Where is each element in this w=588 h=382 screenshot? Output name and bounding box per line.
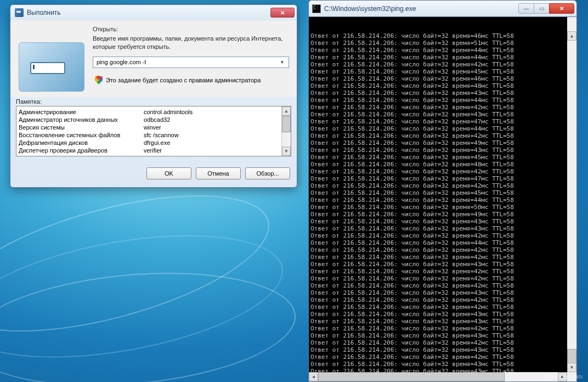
cmd-vscrollbar[interactable]: ▲ ▼ xyxy=(567,17,576,372)
scroll-down-icon[interactable]: ▼ xyxy=(282,147,291,156)
memo-row[interactable]: Восстановление системных файловsfc /scan… xyxy=(19,131,279,139)
watermark: User-Life.com xyxy=(545,373,583,380)
memo-scrollbar[interactable]: ▲ ▼ xyxy=(281,106,291,156)
cancel-button[interactable]: Отмена xyxy=(196,167,241,179)
run-large-icon xyxy=(19,42,84,92)
memo-cmd: winver xyxy=(144,123,279,131)
scroll-thumb[interactable] xyxy=(282,116,291,132)
run-icon xyxy=(15,8,24,17)
scroll-track[interactable] xyxy=(567,55,576,382)
memo-cmd: odbcad32 xyxy=(144,116,279,123)
memo-row[interactable]: Дефрагментация дисковdfrgui.exe xyxy=(19,139,279,147)
ok-button[interactable]: OK xyxy=(146,167,191,179)
run-close-button[interactable]: ✕ xyxy=(270,8,295,18)
open-label: Открыть: xyxy=(93,26,289,32)
run-icon-panel xyxy=(10,20,93,97)
memo-row[interactable]: Версия системыwinver xyxy=(19,123,279,131)
cmd-close-button[interactable]: ✕ xyxy=(549,3,574,14)
memo-cmd: control admintools xyxy=(144,108,279,116)
cmd-icon xyxy=(312,4,321,13)
cmd-window-title: C:\Windows\system32\ping.exe xyxy=(324,5,519,13)
scroll-down-icon[interactable]: ▼ xyxy=(567,363,576,372)
admin-note-row: Это задание будет создано с правами адми… xyxy=(93,76,289,85)
memo-row[interactable]: Администрированиеcontrol admintools xyxy=(19,108,279,116)
memo-list: Администрированиеcontrol admintoolsАдмин… xyxy=(16,106,291,156)
open-combobox[interactable]: ping google.com -t ▼ xyxy=(93,57,289,68)
memo-name: Администрирование xyxy=(19,108,144,116)
cmd-output[interactable]: Ответ от 216.58.214.206: число байт=32 в… xyxy=(308,16,577,382)
memo-label: Памятка: xyxy=(16,98,297,105)
scroll-track[interactable] xyxy=(318,372,558,381)
cmd-titlebar[interactable]: C:\Windows\system32\ping.exe ― ▭ ✕ xyxy=(308,0,577,16)
scroll-left-icon[interactable]: ◀ xyxy=(309,372,318,381)
memo-table[interactable]: Администрированиеcontrol admintoolsАдмин… xyxy=(16,106,281,156)
run-button-row: OK Отмена Обзор... xyxy=(10,162,297,187)
memo-cmd: dfrgui.exe xyxy=(144,139,279,147)
scroll-track[interactable] xyxy=(282,116,291,147)
memo-row[interactable]: Диспетчер проверки драйверовverifier xyxy=(19,147,279,154)
chevron-down-icon[interactable]: ▼ xyxy=(278,58,286,67)
open-value: ping google.com -t xyxy=(97,59,146,65)
memo-cmd: verifier xyxy=(144,147,279,154)
run-dialog: Выполнить ✕ Открыть: Введите имя програм… xyxy=(10,4,297,188)
run-window-title: Выполнить xyxy=(27,9,270,16)
cmd-window: C:\Windows\system32\ping.exe ― ▭ ✕ Ответ… xyxy=(308,0,577,382)
memo-name: Восстановление системных файлов xyxy=(19,131,144,139)
shield-icon xyxy=(95,76,103,85)
browse-button[interactable]: Обзор... xyxy=(245,167,290,179)
scroll-up-icon[interactable]: ▲ xyxy=(567,31,576,41)
cmd-hscrollbar[interactable]: ◀ ▶ xyxy=(309,372,576,381)
open-row: ping google.com -t ▼ xyxy=(93,57,289,68)
minimize-button[interactable]: ― xyxy=(518,3,534,14)
memo-name: Диспетчер проверки драйверов xyxy=(19,147,144,154)
maximize-button[interactable]: ▭ xyxy=(534,3,550,14)
scroll-up-icon[interactable]: ▲ xyxy=(282,106,291,116)
memo-row[interactable]: Администратор источников данныхodbcad32 xyxy=(19,116,279,123)
cmd-window-controls: ― ▭ ✕ xyxy=(519,3,574,14)
run-instruction: Введите имя программы, папки, документа … xyxy=(93,35,289,51)
memo-name: Дефрагментация дисков xyxy=(19,139,144,147)
admin-note-text: Это задание будет создано с правами адми… xyxy=(106,77,261,83)
memo-name: Версия системы xyxy=(19,123,144,131)
memo-cmd: sfc /scannow xyxy=(144,131,279,139)
run-content-panel: Открыть: Введите имя программы, папки, д… xyxy=(93,20,297,97)
run-body: Открыть: Введите имя программы, папки, д… xyxy=(10,20,297,97)
run-titlebar[interactable]: Выполнить ✕ xyxy=(10,5,297,20)
memo-name: Администратор источников данных xyxy=(19,116,144,123)
scroll-thumb[interactable] xyxy=(318,372,505,381)
